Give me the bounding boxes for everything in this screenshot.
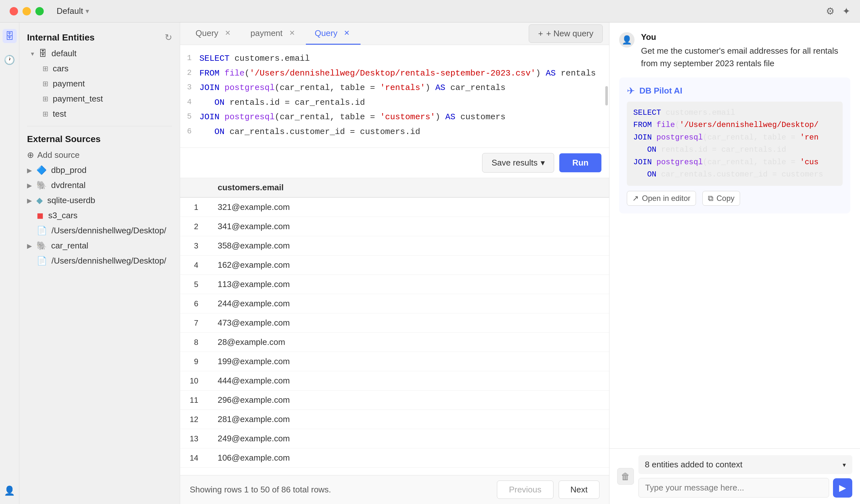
table-row: 13 249@example.com bbox=[180, 429, 609, 448]
close-button[interactable] bbox=[10, 7, 18, 15]
tab-close-1[interactable]: ✕ bbox=[223, 28, 232, 38]
ai-plane-icon: ✈ bbox=[627, 85, 635, 97]
tree-item-default[interactable]: ▾ 🗄 default bbox=[19, 46, 180, 61]
email-cell: 321@example.com bbox=[208, 197, 609, 217]
run-button[interactable]: Run bbox=[559, 153, 601, 172]
row-number: 3 bbox=[180, 236, 208, 255]
send-button[interactable]: ▶ bbox=[833, 478, 852, 498]
tree-item-cars[interactable]: ⊞ cars bbox=[19, 61, 180, 76]
save-results-button[interactable]: Save results ▾ bbox=[482, 153, 554, 173]
user-message: 👤 You Get me the customer's email addres… bbox=[619, 32, 850, 70]
email-cell: 341@example.com bbox=[208, 217, 609, 236]
email-cell: 106@example.com bbox=[208, 448, 609, 468]
tree-item-payment[interactable]: ⊞ payment bbox=[19, 76, 180, 91]
column-email-header: customers.email bbox=[208, 178, 609, 197]
copy-button[interactable]: ⧉ Copy bbox=[702, 191, 740, 206]
table-row: 6 244@example.com bbox=[180, 294, 609, 313]
results-toolbar: Save results ▾ Run bbox=[180, 148, 609, 178]
results-table-container[interactable]: customers.email 1 321@example.com 2 341@… bbox=[180, 178, 609, 475]
file-icon-1: 📄 bbox=[37, 226, 47, 236]
source-item-file1[interactable]: 📄 /Users/dennishellweg/Desktop/ bbox=[19, 223, 180, 238]
new-query-button[interactable]: + + New query bbox=[529, 25, 603, 43]
source-item-dvdrental[interactable]: ▶ 🐘 dvdrental bbox=[19, 178, 180, 193]
source-item-car-rental[interactable]: ▶ 🐘 car_rental bbox=[19, 238, 180, 253]
nav-user-icon[interactable]: 👤 bbox=[3, 484, 17, 498]
table-row: 1 321@example.com bbox=[180, 197, 609, 217]
results-footer: Showing rows 1 to 50 of 86 total rows. P… bbox=[180, 475, 609, 504]
maximize-button[interactable] bbox=[35, 7, 44, 15]
nav-database-icon[interactable]: 🗄 bbox=[3, 29, 17, 43]
row-number: 7 bbox=[180, 313, 208, 333]
email-cell: 444@example.com bbox=[208, 371, 609, 390]
db-icon-sqlite: ◆ bbox=[36, 195, 43, 205]
row-number: 10 bbox=[180, 371, 208, 390]
results-status: Showing rows 1 to 50 of 86 total rows. bbox=[190, 485, 331, 495]
row-number: 11 bbox=[180, 390, 208, 410]
internal-entities-title: Internal Entities bbox=[27, 32, 95, 43]
nav-history-icon[interactable]: 🕐 bbox=[3, 53, 17, 67]
email-cell: 113@example.com bbox=[208, 275, 609, 294]
minimize-button[interactable] bbox=[23, 7, 31, 15]
sidebar: Internal Entities ↻ ▾ 🗄 default ⊞ cars ⊞… bbox=[19, 23, 180, 504]
row-num-header bbox=[180, 178, 208, 197]
plus-icon: ⊕ bbox=[27, 150, 34, 160]
table-row: 3 358@example.com bbox=[180, 236, 609, 255]
database-icon: 🗄 bbox=[39, 48, 47, 59]
code-line-5: 5 JOIN postgresql(car_rental, table = 'c… bbox=[180, 110, 609, 125]
center-panel: Query ✕ payment ✕ Query ✕ + + New query bbox=[180, 23, 609, 504]
tab-bar: Query ✕ payment ✕ Query ✕ + + New query bbox=[180, 23, 609, 45]
user-message-text: Get me the customer's email addresses fo… bbox=[641, 45, 850, 70]
table-icon-payment-test: ⊞ bbox=[42, 95, 48, 103]
ai-panel: 👤 You Get me the customer's email addres… bbox=[609, 23, 860, 504]
code-line-1: 1 SELECT customers.email bbox=[180, 51, 609, 66]
left-nav: 🗄 🕐 👤 bbox=[0, 23, 19, 504]
chevron-icon: ▶ bbox=[27, 182, 32, 189]
ai-message-header: ✈ DB Pilot AI bbox=[627, 85, 843, 97]
magic-icon[interactable]: ✦ bbox=[842, 5, 850, 17]
row-number: 12 bbox=[180, 410, 208, 429]
tree-item-payment-test[interactable]: ⊞ payment_test bbox=[19, 91, 180, 106]
db-icon-car: 🐘 bbox=[36, 241, 47, 251]
email-cell: 244@example.com bbox=[208, 294, 609, 313]
email-cell: 296@example.com bbox=[208, 390, 609, 410]
chevron-down-icon: ▾ bbox=[843, 461, 846, 469]
table-row: 7 473@example.com bbox=[180, 313, 609, 333]
title-bar-icons: ⚙ ✦ bbox=[826, 5, 850, 17]
settings-icon[interactable]: ⚙ bbox=[826, 5, 835, 17]
message-input[interactable] bbox=[639, 478, 829, 498]
tab-close-payment[interactable]: ✕ bbox=[287, 28, 297, 38]
source-item-dbp-prod[interactable]: ▶ 🔷 dbp_prod bbox=[19, 163, 180, 178]
table-row: 12 281@example.com bbox=[180, 410, 609, 429]
chevron-icon: ▶ bbox=[27, 242, 32, 250]
table-row: 2 341@example.com bbox=[180, 217, 609, 236]
row-number: 9 bbox=[180, 352, 208, 371]
tab-query-2[interactable]: Query ✕ bbox=[306, 23, 361, 45]
next-button[interactable]: Next bbox=[559, 480, 600, 499]
tab-close-2[interactable]: ✕ bbox=[342, 28, 352, 38]
context-badge[interactable]: 8 entities added to context ▾ bbox=[639, 455, 852, 474]
previous-button[interactable]: Previous bbox=[497, 480, 553, 499]
code-editor[interactable]: 1 SELECT customers.email 2 FROM file('/U… bbox=[180, 45, 609, 148]
row-number: 1 bbox=[180, 197, 208, 217]
window-title[interactable]: Default ▾ bbox=[57, 6, 89, 16]
message-content: You Get me the customer's email addresse… bbox=[641, 32, 850, 70]
results-area: Save results ▾ Run customers.email bbox=[180, 148, 609, 504]
delete-conversation-button[interactable]: 🗑 bbox=[617, 468, 634, 485]
source-item-s3-cars[interactable]: ◼ s3_cars bbox=[19, 208, 180, 223]
traffic-lights bbox=[10, 7, 44, 15]
source-item-file2[interactable]: 📄 /Users/dennishellweg/Desktop/ bbox=[19, 253, 180, 268]
tree-item-test[interactable]: ⊞ test bbox=[19, 106, 180, 121]
code-line-2: 2 FROM file('/Users/dennishellweg/Deskto… bbox=[180, 66, 609, 81]
scrollbar[interactable] bbox=[605, 86, 608, 105]
add-source-button[interactable]: ⊕ Add source bbox=[19, 148, 180, 163]
ai-footer: 🗑 8 entities added to context ▾ ▶ bbox=[610, 448, 860, 504]
tab-query-1[interactable]: Query ✕ bbox=[187, 23, 242, 45]
editor-icon: ↗ bbox=[632, 194, 639, 203]
source-item-sqlite[interactable]: ▶ ◆ sqlite-userdb bbox=[19, 193, 180, 208]
tab-payment[interactable]: payment ✕ bbox=[242, 23, 306, 45]
code-line-4: 4 ON rentals.id = car_rentals.id bbox=[180, 95, 609, 110]
refresh-icon[interactable]: ↻ bbox=[165, 32, 172, 43]
open-in-editor-button[interactable]: ↗ Open in editor bbox=[627, 191, 696, 206]
message-input-area: 🗑 8 entities added to context ▾ ▶ bbox=[617, 455, 852, 498]
email-cell: 281@example.com bbox=[208, 410, 609, 429]
